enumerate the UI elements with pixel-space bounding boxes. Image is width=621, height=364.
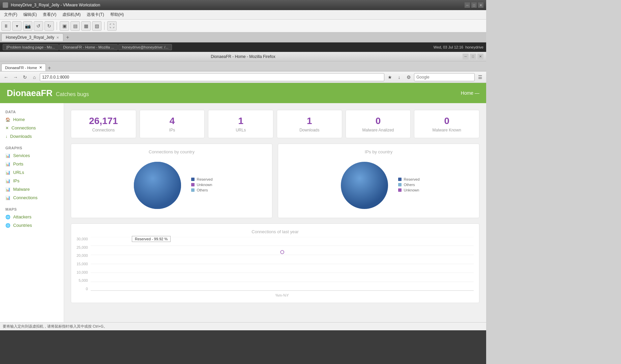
nav-forward[interactable]: → (11, 73, 20, 81)
sidebar-item-services[interactable]: 📊 Services (0, 151, 64, 160)
y-label-2: 20,000 (77, 253, 88, 257)
sidebar-title-maps: MAPS (0, 206, 64, 213)
legend-connections: Reserved Unknown Others (191, 177, 212, 193)
pie-connections (130, 158, 184, 212)
y-label-1: 25,000 (77, 245, 88, 249)
window-controls: ─ □ ✕ (465, 2, 483, 8)
close-button[interactable]: ✕ (478, 2, 483, 8)
sidebar-item-ips[interactable]: 📊 IPs (0, 177, 64, 185)
sidebar-item-downloads[interactable]: ↓ Downloads (0, 132, 64, 141)
sidebar-item-attackers[interactable]: 🌐 Attackers (0, 213, 64, 221)
search-input[interactable] (414, 73, 475, 81)
toolbar-revert[interactable]: ↺ (34, 21, 43, 31)
stat-ips: 4 IPs (140, 110, 205, 138)
urls-icon: 📊 (5, 170, 10, 175)
toolbar-next[interactable]: ↻ (45, 21, 54, 31)
tray-tabs: [Problem loading page - Mo... DionaeaFR … (3, 44, 431, 50)
firefox-tabs: DionaeaFR - Home ✕ + (0, 61, 486, 71)
nav-bookmark[interactable]: ★ (386, 73, 394, 81)
sidebar-label-malware: Malware (13, 187, 30, 192)
toolbar-view2[interactable]: ▤ (70, 21, 80, 31)
toolbar-fullscreen[interactable]: ⛶ (107, 21, 117, 31)
nav-settings[interactable]: ⚙ (405, 73, 413, 81)
toolbar-snap[interactable]: 📷 (23, 21, 32, 31)
legend-ips-label-unknown: Unknown (404, 188, 419, 192)
line-chart-title: Connections of last year (77, 229, 474, 234)
legend-label-others: Others (197, 188, 208, 192)
tray-tab-2[interactable]: honeydrive@honeydrive: /... (118, 44, 172, 50)
sidebar-label-home: Home (13, 117, 25, 122)
legend-ips-dot-reserved (398, 178, 402, 181)
menu-edit[interactable]: 编辑(E) (21, 11, 39, 18)
connections-graph-icon: 📊 (5, 195, 10, 200)
tray-user: honeydrive (465, 45, 483, 49)
line-chart-body: 30,000 25,000 20,000 15,000 10,000 5,000… (77, 237, 474, 297)
legend-ips-label-others: Others (404, 183, 415, 187)
toolbar-pause[interactable]: ⏸ (1, 21, 11, 31)
firefox-titlebar-controls: ─ □ ✕ (463, 54, 483, 60)
menu-view[interactable]: 查看(V) (40, 11, 59, 18)
tray-tab-0[interactable]: [Problem loading page - Mo... (3, 44, 59, 50)
minimize-button[interactable]: ─ (465, 2, 470, 8)
vm-tabbar: HoneyDrive_3_Royal_Jelly ✕ + (0, 32, 486, 42)
pie-ips-svg (337, 158, 391, 212)
y-label-5: 5,000 (77, 278, 88, 282)
status-text: 要将输入定向到该虚拟机，请将鼠标指针移入其中或按 Ctrl+G。 (3, 324, 107, 328)
stat-malware-known-label: Malware Known (418, 128, 475, 132)
dion-brand: DionaeaFR Catches bugs (7, 88, 89, 98)
dion-content: DATA 🏠 Home ✕ Connections ↓ Downloads (0, 103, 486, 322)
charts-row: Connections by country (71, 144, 479, 218)
sidebar-item-home[interactable]: 🏠 Home (0, 115, 64, 124)
stat-urls: 1 URLs (208, 110, 273, 138)
sidebar-item-connections-graph[interactable]: 📊 Connections (0, 193, 64, 202)
menu-vm[interactable]: 虚拟机(M) (60, 11, 83, 18)
vm-tab-close[interactable]: ✕ (56, 36, 59, 39)
downloads-icon: ↓ (5, 134, 7, 139)
ff-maximize[interactable]: □ (470, 54, 476, 60)
nav-back[interactable]: ← (2, 73, 10, 81)
maximize-button[interactable]: □ (471, 2, 477, 8)
pie-connections-svg (130, 158, 184, 212)
sidebar-item-malware[interactable]: 📊 Malware (0, 185, 64, 193)
legend-ips-dot-unknown (398, 188, 402, 192)
nav-downloads[interactable]: ↓ (395, 73, 403, 81)
tray-tab-1[interactable]: DionaeaFR - Home - Mozilla ... (59, 44, 118, 50)
nav-reload[interactable]: ↻ (21, 73, 29, 81)
toolbar-divider (57, 22, 57, 30)
legend-dot-unknown (191, 183, 195, 186)
nav-home[interactable]: ⌂ (30, 73, 38, 81)
legend-dot-reserved (191, 178, 195, 181)
toolbar-view4[interactable]: ▧ (92, 21, 101, 31)
sidebar-item-connections[interactable]: ✕ Connections (0, 124, 64, 132)
ff-minimize[interactable]: ─ (463, 54, 469, 60)
data-point (280, 250, 284, 254)
firefox-tab-label: DionaeaFR - Home (5, 66, 37, 70)
ff-close[interactable]: ✕ (477, 54, 483, 60)
vm-tab-honeydrive[interactable]: HoneyDrive_3_Royal_Jelly ✕ (1, 33, 63, 41)
url-bar[interactable] (40, 73, 384, 81)
sidebar: DATA 🏠 Home ✕ Connections ↓ Downloads (0, 103, 64, 322)
sidebar-item-countries[interactable]: 🌐 Countries (0, 221, 64, 230)
legend-ips-dot-others (398, 183, 402, 186)
toolbar-view3[interactable]: ▦ (81, 21, 91, 31)
sidebar-item-urls[interactable]: 📊 URLs (0, 168, 64, 177)
menu-help[interactable]: 帮助(H) (108, 11, 127, 18)
dion-nav-right[interactable]: Home — (461, 90, 479, 96)
legend-item-reserved: Reserved (191, 177, 212, 181)
menu-tabs[interactable]: 选项卡(T) (84, 11, 107, 18)
sidebar-label-urls: URLs (13, 170, 24, 175)
y-axis: 30,000 25,000 20,000 15,000 10,000 5,000… (77, 237, 91, 291)
vm-tab-add[interactable]: + (63, 34, 72, 40)
menu-file[interactable]: 文件(F) (1, 11, 20, 18)
firefox-tab-close[interactable]: ✕ (39, 65, 42, 70)
nav-menu[interactable]: ☰ (476, 73, 484, 81)
sidebar-section-maps: MAPS 🌐 Attackers 🌐 Countries (0, 206, 64, 230)
firefox-tab-home[interactable]: DionaeaFR - Home ✕ (1, 64, 46, 71)
toolbar-view1[interactable]: ▣ (60, 21, 69, 31)
stat-malware-known: 0 Malware Known (414, 110, 479, 138)
stat-connections-value: 26,171 (75, 116, 132, 126)
sidebar-item-ports[interactable]: 📊 Ports (0, 160, 64, 168)
toolbar-menu[interactable]: ▾ (12, 21, 22, 31)
stat-malware-analized-label: Malware Analized (350, 128, 407, 132)
firefox-new-tab[interactable]: + (46, 65, 53, 71)
